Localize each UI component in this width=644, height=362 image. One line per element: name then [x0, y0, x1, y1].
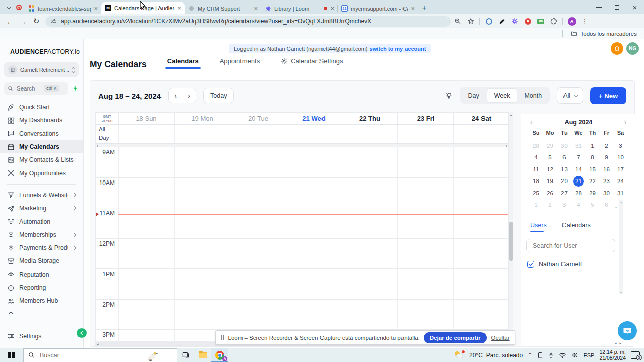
mini-day[interactable]: 29: [586, 187, 600, 199]
account-switcher[interactable]: Garnett Retirement ...: [4, 62, 79, 77]
mini-day[interactable]: 30: [600, 187, 614, 199]
task-view-button[interactable]: [177, 348, 194, 362]
scrollbar-thumb[interactable]: [509, 222, 513, 261]
mini-day[interactable]: 7: [572, 152, 586, 164]
mini-day[interactable]: 4: [529, 152, 543, 164]
minimize-button[interactable]: [590, 0, 608, 14]
all-bookmarks-label[interactable]: Todos los marcadores: [581, 31, 637, 37]
microphone-icon[interactable]: [548, 352, 554, 359]
mini-day[interactable]: 23: [600, 175, 614, 188]
browser-profile-avatar[interactable]: A: [566, 16, 578, 27]
reload-icon[interactable]: ↻: [30, 17, 42, 26]
sidebar-item-marketing[interactable]: Marketing: [0, 202, 83, 215]
mini-day[interactable]: 5: [543, 152, 557, 164]
close-window-button[interactable]: ×: [626, 0, 644, 14]
mini-day[interactable]: 31: [614, 187, 628, 199]
panel-horizontal-scrollbar[interactable]: ◂▸: [615, 341, 624, 345]
maximize-button[interactable]: [608, 0, 626, 14]
hide-link[interactable]: Ocultar: [491, 335, 509, 341]
mini-day[interactable]: 27: [557, 187, 572, 199]
mini-next-month-button[interactable]: ›: [621, 118, 629, 126]
close-icon[interactable]: ×: [94, 5, 98, 12]
prev-week-button[interactable]: ‹: [169, 92, 182, 100]
sidebar-item-media-storage[interactable]: Media Storage: [0, 254, 83, 267]
taskbar-search-input[interactable]: [39, 351, 119, 359]
time-grid[interactable]: 9AM 10AM 11AM 12PM 1PM 2PM 3PM: [96, 147, 508, 341]
language-indicator[interactable]: ESP: [583, 352, 594, 358]
mini-day[interactable]: 6: [557, 152, 572, 164]
view-month-button[interactable]: Month: [517, 88, 549, 103]
tab-mycrmsupport-calendar[interactable]: 21 mycrmsupport.com - Calendar ×: [338, 3, 418, 14]
extensions-puzzle-icon[interactable]: [548, 16, 560, 27]
sidebar-item-automation[interactable]: Automation: [0, 215, 83, 228]
mini-day[interactable]: 16: [600, 163, 614, 175]
mini-day[interactable]: 3: [557, 199, 572, 211]
today-button[interactable]: Today: [203, 88, 234, 103]
clock[interactable]: 12:14 p. m.21/08/2024: [599, 349, 626, 361]
panel-scrollbar[interactable]: ▴▾: [619, 200, 623, 294]
stop-sharing-button[interactable]: Dejar de compartir: [424, 332, 487, 343]
new-tab-button[interactable]: +: [418, 1, 430, 13]
zoom-icon[interactable]: [452, 16, 464, 27]
all-day-cell[interactable]: [453, 125, 509, 143]
mini-day[interactable]: 18: [529, 175, 543, 188]
sidebar-item-quick-start[interactable]: Quick Start: [0, 101, 83, 114]
sidebar-item-my-dashboards[interactable]: My Dashboards: [0, 114, 83, 127]
mini-day[interactable]: 14: [572, 163, 586, 175]
notification-center-icon[interactable]: 5: [631, 351, 640, 359]
mini-day[interactable]: 28: [529, 140, 543, 152]
mini-day[interactable]: 9: [600, 152, 614, 164]
device-icon[interactable]: [537, 352, 543, 359]
chrome-taskbar-button[interactable]: A: [211, 348, 228, 362]
mini-day[interactable]: 12: [543, 163, 557, 175]
extension-record-icon[interactable]: [522, 16, 534, 27]
tab-calendar-settings[interactable]: Calendar Settings: [281, 57, 343, 69]
search-input[interactable]: [16, 85, 42, 92]
extension-gear-icon[interactable]: [509, 16, 521, 27]
browser-menu-icon[interactable]: ⋮: [579, 16, 591, 27]
mini-day[interactable]: 22: [586, 175, 600, 188]
new-button[interactable]: + New: [590, 87, 626, 104]
sidebar-item-settings[interactable]: Settings: [0, 330, 83, 343]
mini-day-selected[interactable]: 21: [572, 175, 586, 188]
close-icon[interactable]: ×: [330, 5, 334, 12]
sidebar-item-memberships[interactable]: Memberships: [0, 228, 83, 241]
help-chat-widget-button[interactable]: [618, 321, 637, 340]
close-icon[interactable]: ×: [177, 5, 181, 11]
user-search[interactable]: [526, 239, 615, 252]
mini-day[interactable]: 19: [543, 175, 557, 188]
ai-bolt-icon[interactable]: [72, 85, 79, 92]
mini-day[interactable]: 3: [614, 140, 628, 152]
mini-day[interactable]: 26: [543, 187, 557, 199]
search-highlight-bird-icon[interactable]: [143, 348, 158, 361]
close-icon[interactable]: ×: [254, 5, 258, 12]
mini-day[interactable]: 1: [529, 199, 543, 211]
extension-pen-icon[interactable]: [496, 16, 508, 27]
weather-label[interactable]: Parc. soleado: [486, 352, 523, 359]
mini-day[interactable]: 28: [572, 187, 586, 199]
mini-day[interactable]: 4: [572, 199, 586, 211]
bookmark-star-icon[interactable]: [465, 16, 477, 27]
taskbar-search[interactable]: [23, 348, 177, 362]
next-week-button[interactable]: ›: [182, 92, 196, 100]
sidebar-item-my-opportunities[interactable]: My Opportunities: [0, 166, 83, 179]
bulb-icon[interactable]: [445, 92, 453, 100]
user-avatar[interactable]: NG: [626, 42, 639, 55]
tray-expand-icon[interactable]: ⌃: [528, 352, 532, 358]
close-icon[interactable]: ×: [411, 5, 415, 12]
view-week-button[interactable]: Week: [487, 88, 518, 103]
all-day-cell[interactable]: [230, 125, 286, 143]
mini-day[interactable]: 8: [586, 152, 600, 164]
panel-tab-calendars[interactable]: Calendars: [562, 222, 591, 232]
sidebar-item-my-calendars[interactable]: My Calendars: [0, 140, 83, 153]
wifi-icon[interactable]: [559, 352, 566, 358]
mini-day[interactable]: 2: [543, 199, 557, 211]
notifications-bell-button[interactable]: [611, 42, 623, 55]
extension-blue-icon[interactable]: [482, 16, 495, 27]
switch-account-link[interactable]: switch to my account: [370, 46, 426, 52]
sidebar-search[interactable]: ctrl K: [4, 82, 68, 95]
tab-library-loom[interactable]: Library | Loom ×: [261, 3, 338, 14]
tab-my-crm-support[interactable]: My CRM Support ×: [185, 3, 261, 14]
tab-appointments[interactable]: Appointments: [220, 57, 260, 69]
mini-day[interactable]: 24: [614, 175, 628, 188]
